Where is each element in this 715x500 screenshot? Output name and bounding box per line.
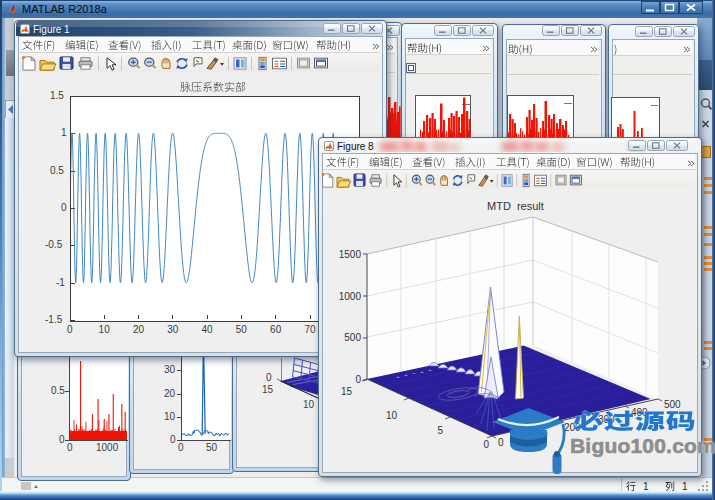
svg-text:1500: 1500 — [339, 249, 362, 260]
svg-text:500: 500 — [344, 332, 361, 343]
svg-text:10: 10 — [386, 410, 398, 421]
svg-text:15: 15 — [341, 386, 353, 397]
svg-text:1000: 1000 — [339, 291, 362, 302]
svg-text:5: 5 — [437, 425, 443, 436]
svg-text:0: 0 — [355, 374, 361, 385]
